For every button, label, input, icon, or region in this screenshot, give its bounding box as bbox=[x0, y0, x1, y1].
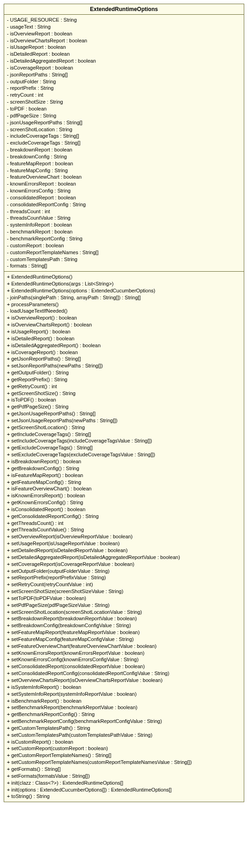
attribute-row: - screenShotLocation : String bbox=[7, 126, 241, 133]
attribute-row: - includeCoverageTags : String[] bbox=[7, 133, 241, 140]
method-row: + getJsonReportPaths() : String[] bbox=[7, 355, 241, 362]
method-row: + setPdfPageSize(pdfPageSizeValue : Stri… bbox=[7, 602, 241, 609]
attribute-row: - jsonUsageReportPaths : String[] bbox=[7, 119, 241, 126]
method-row: + setToPDF(toPDFValue : boolean) bbox=[7, 595, 241, 602]
attribute-row: - toPDF : boolean bbox=[7, 105, 241, 112]
method-row: + getBenchmarkReportConfig() : String bbox=[7, 711, 241, 718]
method-row: + setOverviewChartsReport(isOverviewChar… bbox=[7, 677, 241, 684]
method-row: + setCoverageReport(isCoverageReportValu… bbox=[7, 561, 241, 568]
method-row: + init(options : ExtendedCucumberOptions… bbox=[7, 786, 241, 793]
attribute-row: - jsonReportPaths : String[] bbox=[7, 71, 241, 78]
method-row: + isUsageReport() : boolean bbox=[7, 328, 241, 335]
attribute-row: - customReport : boolean bbox=[7, 242, 241, 249]
method-row: + toString() : String bbox=[7, 793, 241, 800]
method-row: + isBenchmarkReport() : boolean bbox=[7, 698, 241, 705]
attribute-row: - threadsCountValue : String bbox=[7, 215, 241, 221]
method-row: + setDetailedAggregatedReport(isDetailed… bbox=[7, 554, 241, 561]
method-row: + isDetailedReport() : boolean bbox=[7, 335, 241, 342]
attribute-row: - consolidatedReportConfig : String bbox=[7, 201, 241, 208]
method-row: + setFeatureMapConfig(featureMapConfigVa… bbox=[7, 636, 241, 643]
method-row: + init(clazz : Class<?>) : ExtendedRunti… bbox=[7, 780, 241, 786]
method-row: + getReportPrefix() : String bbox=[7, 376, 241, 383]
attribute-row: - knownErrorsConfig : String bbox=[7, 187, 241, 194]
method-row: + isOverviewReport() : boolean bbox=[7, 315, 241, 321]
method-row: + setKnownErrorsReport(knownErrorsReport… bbox=[7, 650, 241, 657]
attribute-row: - isUsageReport : boolean bbox=[7, 44, 241, 51]
attribute-row: - breakdownReport : boolean bbox=[7, 146, 241, 153]
method-row: + setScreenShotLocation(screenShotLocati… bbox=[7, 609, 241, 616]
attribute-row: - isOverviewChartsReport : boolean bbox=[7, 37, 241, 44]
attribute-row: - formats : String[] bbox=[7, 262, 241, 269]
attribute-row: - USAGE_RESOURCE : String bbox=[7, 17, 241, 23]
attribute-row: - breakdownConfig : String bbox=[7, 153, 241, 160]
method-row: - loadUsageTextIfNeeded() bbox=[7, 308, 241, 315]
attribute-row: - reportPrefix : String bbox=[7, 85, 241, 92]
attribute-row: - knownErrorsReport : boolean bbox=[7, 181, 241, 187]
method-row: + getThreadsCountValue() : String bbox=[7, 526, 241, 533]
attribute-row: - usageText : String bbox=[7, 23, 241, 30]
method-row: + setReportPrefix(reportPrefixValue : St… bbox=[7, 574, 241, 581]
attribute-row: - excludeCoverageTags : String[] bbox=[7, 140, 241, 146]
method-row: + getFeatureMapConfig() : String bbox=[7, 479, 241, 486]
method-row: + getPdfPageSize() : String bbox=[7, 403, 241, 410]
method-row: + isToPDF() : boolean bbox=[7, 396, 241, 403]
method-row: + getCustomReportTemplateNames() : Strin… bbox=[7, 752, 241, 759]
method-row: + isFeatureOverviewChart() : boolean bbox=[7, 485, 241, 492]
method-row: - joinPaths(singlePath : String, arrayPa… bbox=[7, 294, 241, 301]
method-row: + setKnownErrorsConfig(knownErrorsConfig… bbox=[7, 656, 241, 663]
method-row: + setBenchmarkReportConfig(benchmarkRepo… bbox=[7, 718, 241, 725]
method-row: + setCustomReport(customReport : boolean… bbox=[7, 745, 241, 752]
method-row: + getExcludeCoverageTags() : String[] bbox=[7, 444, 241, 451]
attribute-row: - retryCount : int bbox=[7, 92, 241, 99]
method-row: + setDetailedReport(isDetailedReportValu… bbox=[7, 547, 241, 554]
method-row: + setConsolidatedReportConfig(consolidat… bbox=[7, 670, 241, 677]
method-row: + isDetailedAggregatedReport() : boolean bbox=[7, 342, 241, 349]
method-row: + getThreadsCount() : int bbox=[7, 520, 241, 527]
method-row: + isOverviewChartsReport() : boolean bbox=[7, 321, 241, 328]
attribute-row: - systemInfoReport : boolean bbox=[7, 221, 241, 228]
method-row: + isBreakdownReport() : boolean bbox=[7, 458, 241, 465]
method-row: + setFormats(formatsValue : String[]) bbox=[7, 773, 241, 780]
attribute-row: - outputFolder : String bbox=[7, 78, 241, 85]
method-row: + setFeatureMapReport(featureMapReportVa… bbox=[7, 629, 241, 636]
attributes-section: - USAGE_RESOURCE : String- usageText : S… bbox=[4, 15, 244, 271]
method-row: + getOutputFolder() : String bbox=[7, 369, 241, 376]
method-row: + setConsolidatedReport(consolidatedRepo… bbox=[7, 663, 241, 670]
method-row: + isCoverageReport() : boolean bbox=[7, 349, 241, 356]
method-row: + setJsonUsageReportPaths(newPaths : Str… bbox=[7, 417, 241, 424]
method-row: + setBreakdownConfig(breakdownConfigValu… bbox=[7, 622, 241, 629]
attribute-row: - featureMapReport : boolean bbox=[7, 160, 241, 167]
attribute-row: - consolidatedReport : boolean bbox=[7, 194, 241, 201]
method-row: + isSystemInfoReport() : boolean bbox=[7, 684, 241, 691]
method-row: + setJsonReportPaths(newPaths : String[]… bbox=[7, 362, 241, 369]
method-row: + isCustomReport() : boolean bbox=[7, 739, 241, 746]
method-row: + ExtendedRuntimeOptions() bbox=[7, 274, 241, 280]
method-row: + getFormats() : String[] bbox=[7, 766, 241, 773]
attribute-row: - customTemplatesPath : String bbox=[7, 256, 241, 263]
attribute-row: - threadsCount : int bbox=[7, 208, 241, 215]
method-row: + isKnownErrorsReport() : boolean bbox=[7, 492, 241, 499]
attribute-row: - featureMapConfig : String bbox=[7, 167, 241, 174]
method-row: + getScreenShotSize() : String bbox=[7, 390, 241, 397]
method-row: + getIncludeCoverageTags() : String[] bbox=[7, 431, 241, 438]
method-row: + getConsolidatedReportConfig() : String bbox=[7, 513, 241, 520]
method-row: + setCustomReportTemplateNames(customRep… bbox=[7, 759, 241, 766]
method-row: + getRetryCount() : int bbox=[7, 383, 241, 390]
method-row: + setBreakdownReport(breakdownReportValu… bbox=[7, 615, 241, 622]
attribute-row: - isDetailedAggregatedReport : boolean bbox=[7, 58, 241, 64]
attribute-row: - featureOverviewChart : boolean bbox=[7, 174, 241, 181]
method-row: + getKnownErrorsConfig() : String bbox=[7, 499, 241, 506]
method-row: + ExtendedRuntimeOptions(options : Exten… bbox=[7, 287, 241, 294]
method-row: + setScreenShotSize(screenShotSizeValue … bbox=[7, 588, 241, 595]
method-row: + ExtendedRuntimeOptions(args : List<Str… bbox=[7, 280, 241, 287]
method-row: + isFeatureMapReport() : boolean bbox=[7, 472, 241, 479]
attribute-row: - benchmarkReportConfig : String bbox=[7, 235, 241, 242]
method-row: + setCustomTemplatesPath(customTemplates… bbox=[7, 732, 241, 739]
method-row: + setExcludeCoverageTags(excludeCoverage… bbox=[7, 451, 241, 458]
method-row: + setIncludeCoverageTags(includeCoverage… bbox=[7, 437, 241, 444]
method-row: + setFeatureOverviewChart(featureOvervie… bbox=[7, 643, 241, 650]
attribute-row: - isCoverageReport : boolean bbox=[7, 64, 241, 71]
class-name: ExtendedRuntimeOptions bbox=[4, 4, 244, 15]
attribute-row: - screenShotSize : String bbox=[7, 99, 241, 105]
method-row: + setUsageReport(isUsageReportValue : bo… bbox=[7, 540, 241, 547]
